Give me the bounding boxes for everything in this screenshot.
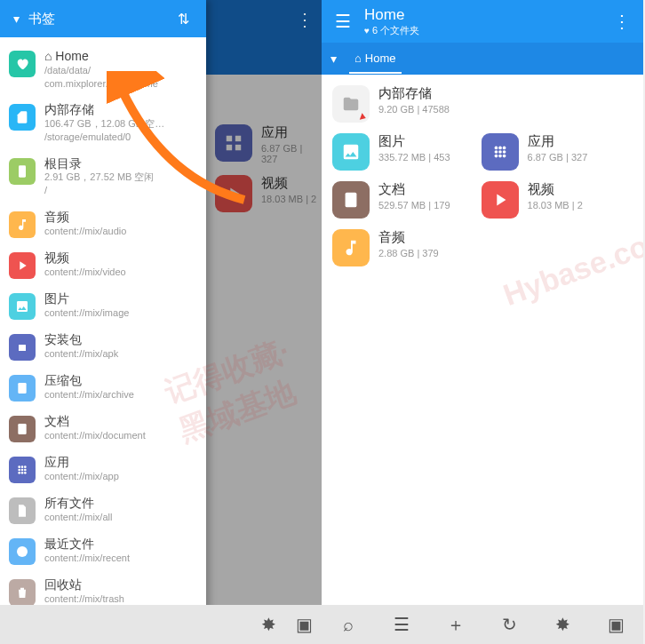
bookmarks-list[interactable]: ⌂ Home /data/data/ com.mixplorer.silver/… bbox=[0, 37, 206, 644]
bookmark-item[interactable]: 视频 content://mix/video bbox=[0, 244, 206, 285]
svg-point-25 bbox=[494, 150, 498, 154]
right-screen: ☰ Home 6 个文件夹 ⋮ ▾ ⌂ Home 内部存储 9.20 GB | … bbox=[322, 0, 643, 644]
play-icon bbox=[482, 181, 519, 219]
chevron-down-icon[interactable]: ▾ bbox=[330, 52, 337, 66]
left-screen: 应用6.87 GB | 327 视频18.03 MB | 2 ▾ 书签 ⇅ ⌂ … bbox=[0, 0, 322, 644]
dropdown-icon[interactable]: ▾ bbox=[9, 4, 23, 33]
bookmark-meta: content://mix/video bbox=[44, 266, 126, 279]
bottom-toolbar-right: ⌕ ☰ ＋ ↻ ✸ ▣ bbox=[322, 605, 643, 644]
bookmark-item[interactable]: ⌂ Home /data/data/ com.mixplorer.silver/… bbox=[0, 43, 206, 96]
svg-point-24 bbox=[502, 147, 506, 150]
svg-point-16 bbox=[21, 469, 24, 472]
svg-point-29 bbox=[498, 155, 502, 158]
svg-point-23 bbox=[498, 147, 502, 150]
play-icon bbox=[9, 252, 36, 279]
overflow-icon[interactable]: ⋮ bbox=[608, 7, 636, 36]
tab-label: Home bbox=[365, 52, 396, 65]
tab-home[interactable]: ⌂ Home bbox=[349, 44, 402, 74]
bookmark-name: 根目录 bbox=[44, 156, 155, 171]
add-icon[interactable]: ＋ bbox=[438, 613, 474, 637]
svg-rect-4 bbox=[19, 165, 26, 177]
bookmark-item[interactable]: 音频 content://mix/audio bbox=[0, 203, 206, 244]
svg-rect-33 bbox=[347, 199, 354, 200]
item-name: 内部存储 bbox=[378, 85, 450, 102]
bookmark-item[interactable]: 应用 content://mix/app bbox=[0, 449, 206, 489]
bookmark-name: 最近文件 bbox=[44, 537, 130, 552]
grid-item[interactable]: 视频 18.03 MB | 2 bbox=[480, 176, 629, 224]
bookmark-meta: content://mix/image bbox=[44, 307, 129, 320]
image-icon bbox=[9, 293, 36, 320]
image-icon bbox=[332, 133, 370, 171]
bookmark-name: 回收站 bbox=[44, 577, 124, 592]
doc-icon bbox=[9, 416, 36, 442]
bookmark-item[interactable]: 安装包 content://mix/apk bbox=[0, 326, 206, 367]
refresh-icon[interactable]: ↻ bbox=[491, 614, 527, 635]
grid-item[interactable]: 文档 529.57 MB | 179 bbox=[330, 176, 480, 224]
item-meta: 18.03 MB | 2 bbox=[528, 200, 583, 211]
bookmark-name: 图片 bbox=[44, 291, 129, 306]
view-icon[interactable]: ☰ bbox=[384, 614, 419, 635]
search-icon[interactable]: ⌕ bbox=[330, 615, 366, 635]
bookmark-meta: content://mix/recent bbox=[44, 553, 130, 565]
svg-point-13 bbox=[21, 465, 24, 468]
bookmark-meta: content://mix/archive bbox=[44, 389, 134, 402]
home-icon: ⌂ bbox=[354, 52, 362, 65]
android-icon bbox=[9, 334, 36, 361]
svg-point-18 bbox=[18, 472, 20, 474]
select-icon[interactable]: ▣ bbox=[599, 614, 634, 635]
music-icon bbox=[332, 229, 370, 266]
bookmark-item[interactable]: 所有文件 content://mix/all bbox=[0, 489, 206, 530]
extension-icon[interactable]: ✸ bbox=[251, 614, 286, 635]
bookmark-name: 视频 bbox=[44, 250, 126, 266]
clock-icon bbox=[9, 538, 36, 565]
file-icon bbox=[9, 497, 36, 524]
bookmark-name: 音频 bbox=[44, 210, 126, 225]
svg-point-17 bbox=[24, 469, 27, 472]
bookmark-item[interactable]: 图片 content://mix/image bbox=[0, 285, 206, 326]
grid-item[interactable]: 应用 6.87 GB | 327 bbox=[480, 128, 629, 176]
grid-item[interactable]: 内部存储 9.20 GB | 47588 bbox=[330, 80, 634, 128]
bookmark-item[interactable]: 最近文件 content://mix/recent bbox=[0, 530, 206, 571]
bookmark-meta: / bbox=[44, 185, 155, 197]
item-meta: 9.20 GB | 47588 bbox=[378, 104, 450, 115]
zip-icon bbox=[9, 375, 36, 402]
grid-item[interactable]: 音频 2.88 GB | 379 bbox=[330, 224, 480, 272]
apps-icon bbox=[482, 133, 519, 171]
overflow-icon[interactable]: ⋮ bbox=[296, 9, 314, 30]
bookmark-item[interactable]: 压缩包 content://mix/archive bbox=[0, 367, 206, 408]
bookmark-meta: /data/data/ bbox=[44, 65, 158, 77]
heart-icon bbox=[9, 51, 36, 77]
svg-point-14 bbox=[24, 465, 27, 468]
select-icon[interactable]: ▣ bbox=[286, 614, 322, 635]
bookmark-item[interactable]: 内部存储 106.47 GB，12.08 GB 空… /storage/emul… bbox=[0, 96, 206, 149]
drawer-header: ▾ 书签 ⇅ bbox=[0, 0, 206, 37]
menu-icon[interactable]: ☰ bbox=[329, 7, 357, 36]
music-icon bbox=[9, 211, 36, 238]
bookmark-meta: /storage/emulated/0 bbox=[44, 131, 164, 144]
svg-point-15 bbox=[18, 469, 20, 472]
grid-item[interactable]: 图片 335.72 MB | 453 bbox=[330, 128, 480, 176]
sort-icon[interactable]: ⇅ bbox=[169, 4, 197, 33]
svg-rect-32 bbox=[347, 195, 354, 196]
extension-icon[interactable]: ✸ bbox=[545, 614, 580, 635]
svg-point-19 bbox=[21, 472, 24, 474]
header-subtitle: 6 个文件夹 bbox=[364, 24, 419, 37]
bookmark-item[interactable]: 文档 content://mix/document bbox=[0, 408, 206, 449]
bookmark-name: ⌂ Home bbox=[44, 49, 158, 64]
bookmark-meta: content://mix/all bbox=[44, 512, 112, 524]
svg-point-27 bbox=[502, 150, 506, 154]
bookmark-name: 安装包 bbox=[44, 332, 118, 347]
item-meta: 2.88 GB | 379 bbox=[378, 248, 439, 258]
bookmark-name: 文档 bbox=[44, 414, 146, 429]
apps-icon bbox=[9, 457, 36, 483]
svg-point-20 bbox=[24, 472, 27, 474]
bookmark-item[interactable]: 根目录 2.91 GB，27.52 MB 空闲 / bbox=[0, 150, 206, 203]
item-name: 图片 bbox=[378, 133, 450, 150]
svg-rect-5 bbox=[19, 345, 26, 351]
svg-point-30 bbox=[502, 155, 506, 158]
bottom-toolbar-left: ✸ ▣ bbox=[0, 605, 322, 644]
item-meta: 335.72 MB | 453 bbox=[378, 152, 450, 163]
drawer-title: 书签 bbox=[28, 11, 169, 28]
item-meta: 6.87 GB | 327 bbox=[528, 152, 588, 163]
bookmark-name: 内部存储 bbox=[44, 102, 164, 117]
